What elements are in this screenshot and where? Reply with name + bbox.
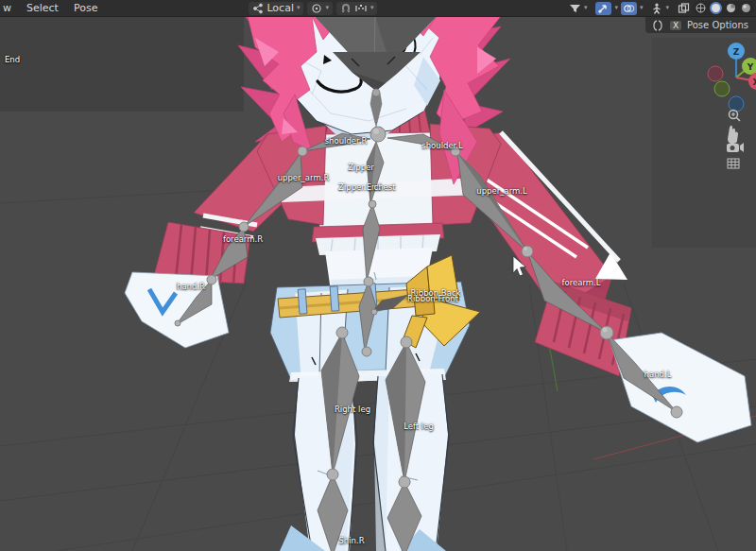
show-gizmo-toggle[interactable] <box>595 2 611 15</box>
visibility-filter-dropdown[interactable]: ▾ <box>565 2 592 15</box>
pivot-point-dropdown[interactable]: ▾ <box>307 2 333 15</box>
wireframe-shading-button[interactable] <box>695 2 707 14</box>
chevron-down-icon[interactable]: ▾ <box>640 5 644 11</box>
material-preview-button[interactable] <box>725 2 737 14</box>
menu-select[interactable]: Select <box>19 2 66 14</box>
shading-mode-group <box>693 1 754 15</box>
rendered-shading-icon <box>741 3 751 13</box>
menu-view-partial[interactable]: w <box>0 2 19 14</box>
transform-orientation-icon <box>252 3 264 14</box>
rendered-shading-button[interactable] <box>740 2 752 14</box>
snap-controls[interactable]: ▾ <box>336 2 378 15</box>
multiview-icon[interactable] <box>678 3 690 14</box>
axis-neg-z-ball <box>729 96 744 112</box>
wireframe-shading-icon <box>696 3 706 13</box>
snap-target-icon <box>354 3 368 14</box>
axis-x-label: X <box>753 77 756 87</box>
solid-shading-button[interactable] <box>710 2 722 14</box>
viewport-3d[interactable]: Z Y X <box>0 0 756 551</box>
show-gizmo-icon <box>597 3 610 14</box>
mirror-x-toggle[interactable]: X <box>670 21 681 30</box>
snap-magnet-icon <box>340 3 352 14</box>
tool-settings-bar: X Pose Options <box>645 17 756 33</box>
chevron-down-icon: ▾ <box>297 5 301 11</box>
axis-z-label: Z <box>733 47 740 57</box>
menu-pose[interactable]: Pose <box>66 2 105 14</box>
solid-shading-icon <box>711 3 721 13</box>
material-preview-icon <box>726 3 736 13</box>
show-overlays-toggle[interactable] <box>621 2 637 15</box>
axis-y-label: Y <box>747 62 754 72</box>
toggle-xray-icon <box>651 3 662 14</box>
axis-neg-y-ball <box>714 81 730 96</box>
pivot-point-icon <box>311 3 322 14</box>
chevron-down-icon: ▾ <box>665 5 669 11</box>
chevron-down-icon[interactable]: ▾ <box>614 5 618 11</box>
orientation-value: Local <box>266 2 294 14</box>
chevron-down-icon: ▾ <box>325 5 329 11</box>
chevron-down-icon: ▾ <box>370 5 374 11</box>
xray-toggle[interactable]: ▾ <box>647 2 673 15</box>
axis-neg-x-ball <box>708 66 723 81</box>
transform-orientation-dropdown[interactable]: Local ▾ <box>249 2 303 15</box>
pose-options-dropdown[interactable]: Pose Options <box>687 20 748 30</box>
show-overlays-icon <box>623 3 635 14</box>
header-bar: w Select Pose Local ▾ ▾ ▾ <box>0 0 756 17</box>
chevron-down-icon: ▾ <box>584 5 588 11</box>
visibility-filter-icon <box>569 3 581 14</box>
mirror-butterfly-icon <box>651 20 664 31</box>
